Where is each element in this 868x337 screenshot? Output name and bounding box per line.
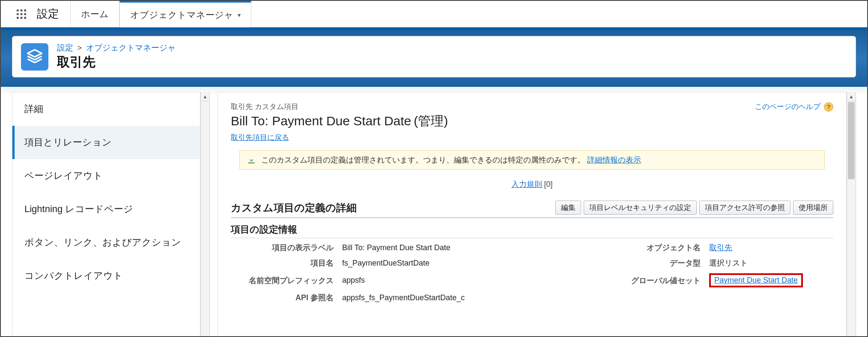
app-launcher-icon[interactable] [12, 5, 31, 24]
detail-section-header: カスタム項目の定義の詳細 編集 項目レベルセキュリティの設定 項目アクセス許可の… [231, 201, 833, 218]
svg-point-6 [17, 17, 19, 19]
svg-point-7 [20, 17, 22, 19]
field-heading: Bill To: Payment Due Start Date(管理) [231, 112, 833, 130]
breadcrumb-separator: > [77, 43, 82, 52]
page-header-band: 設定 > オブジェクトマネージャ 取引先 [1, 27, 867, 87]
button-row: 編集 項目レベルセキュリティの設定 項目アクセス許可の参照 使用場所 [538, 201, 833, 215]
sidebar-item-buttons-links[interactable]: ボタン、リンク、およびアクション [12, 226, 200, 259]
label-object-name: オブジェクト名 [611, 240, 705, 255]
label-namespace: 名前空間プレフィックス [231, 271, 338, 290]
label-global-value-set: グローバル値セット [611, 271, 705, 290]
where-used-button[interactable]: 使用場所 [793, 201, 833, 215]
sidebar-item-details[interactable]: 詳細 [12, 92, 200, 126]
svg-point-0 [17, 9, 19, 11]
sidebar-item-fields[interactable]: 項目とリレーション [12, 126, 200, 159]
label-field-name: 項目名 [231, 255, 338, 271]
help-link-label: このページのヘルプ [755, 102, 820, 112]
content-scrollbar[interactable]: ▲ [847, 92, 856, 337]
validation-rules-link[interactable]: 入力規則 [511, 180, 542, 189]
edit-button[interactable]: 編集 [555, 201, 581, 215]
detail-section-title: カスタム項目の定義の詳細 [231, 201, 357, 215]
managed-message-link[interactable]: 詳細情報の表示 [587, 156, 641, 164]
sidebar-item-lightning-pages[interactable]: Lightning レコードページ [12, 192, 200, 226]
sidebar-scrollbar[interactable]: ▲ [200, 92, 210, 337]
svg-point-5 [24, 13, 26, 15]
label-field-label: 項目の表示ラベル [231, 240, 338, 255]
scroll-up-icon[interactable]: ▲ [847, 92, 856, 101]
chevron-down-icon: ▾ [238, 12, 241, 18]
field-info-title: 項目の設定情報 [231, 220, 833, 238]
app-title: 設定 [37, 6, 59, 21]
table-row: 項目の表示ラベル Bill To: Payment Due Start Date… [231, 240, 833, 255]
related-list-nav: 入力規則[0] [231, 179, 833, 189]
help-icon: ? [824, 102, 833, 112]
breadcrumb-parent[interactable]: オブジェクトマネージャ [86, 43, 176, 52]
value-api-name: appsfs_fs_PaymentDueStartDate_c [338, 290, 611, 305]
svg-point-2 [24, 9, 26, 11]
svg-point-4 [20, 13, 22, 15]
table-row: 名前空間プレフィックス appsfs グローバル値セット Payment Due… [231, 271, 833, 290]
tab-home[interactable]: ホーム [70, 1, 119, 27]
field-heading-text: Bill To: Payment Due Start Date [231, 114, 411, 128]
scroll-up-icon[interactable]: ▲ [201, 92, 209, 101]
managed-message-text: このカスタム項目の定義は管理されています。つまり、編集できるのは特定の属性のみで… [261, 156, 585, 164]
value-field-label: Bill To: Payment Due Start Date [338, 240, 611, 255]
label-data-type: データ型 [611, 255, 705, 271]
top-bar: 設定 ホーム オブジェクトマネージャ ▾ [1, 1, 867, 27]
svg-point-8 [24, 17, 26, 19]
value-namespace: appsfs [338, 271, 611, 290]
object-link[interactable]: 取引先 [709, 243, 732, 252]
field-level-security-button[interactable]: 項目レベルセキュリティの設定 [584, 201, 697, 215]
help-link[interactable]: このページのヘルプ ? [755, 102, 833, 112]
managed-message: このカスタム項目の定義は管理されています。つまり、編集できるのは特定の属性のみで… [239, 150, 825, 170]
field-access-button[interactable]: 項目アクセス許可の参照 [699, 201, 790, 215]
object-icon [21, 43, 48, 71]
label-api-name: API 参照名 [231, 290, 338, 305]
sidebar: 詳細 項目とリレーション ページレイアウト Lightning レコードページ … [12, 92, 200, 337]
breadcrumb: 設定 > オブジェクトマネージャ [57, 42, 176, 53]
sidebar-item-page-layouts[interactable]: ページレイアウト [12, 159, 200, 192]
page-header-card: 設定 > オブジェクトマネージャ 取引先 [12, 36, 856, 77]
table-row: 項目名 fs_PaymentDueStartDate データ型 選択リスト [231, 255, 833, 271]
value-field-name: fs_PaymentDueStartDate [338, 255, 611, 271]
tab-label: オブジェクトマネージャ [130, 9, 233, 21]
value-data-type: 選択リスト [705, 255, 833, 271]
content-panel: このページのヘルプ ? 取引先 カスタム項目 Bill To: Payment … [218, 92, 847, 337]
page-title: 取引先 [57, 53, 176, 71]
field-heading-suffix: (管理) [414, 114, 448, 128]
svg-point-3 [17, 13, 19, 15]
sidebar-item-compact-layouts[interactable]: コンパクトレイアウト [12, 259, 200, 293]
table-row: API 参照名 appsfs_fs_PaymentDueStartDate_c [231, 290, 833, 305]
field-detail-table: 項目の表示ラベル Bill To: Payment Due Start Date… [231, 240, 833, 305]
breadcrumb-root[interactable]: 設定 [57, 43, 73, 52]
download-icon [247, 155, 256, 165]
global-value-set-link[interactable]: Payment Due Start Date [714, 276, 798, 284]
main-area: 詳細 項目とリレーション ページレイアウト Lightning レコードページ … [1, 87, 867, 337]
scrollbar-thumb[interactable] [848, 102, 855, 179]
tab-label: ホーム [81, 8, 109, 20]
kicker: 取引先 カスタム項目 [231, 102, 833, 112]
back-link[interactable]: 取引先項目に戻る [231, 133, 289, 142]
validation-rules-count: [0] [544, 180, 552, 189]
svg-point-1 [20, 9, 22, 11]
tab-object-manager[interactable]: オブジェクトマネージャ ▾ [119, 1, 251, 27]
